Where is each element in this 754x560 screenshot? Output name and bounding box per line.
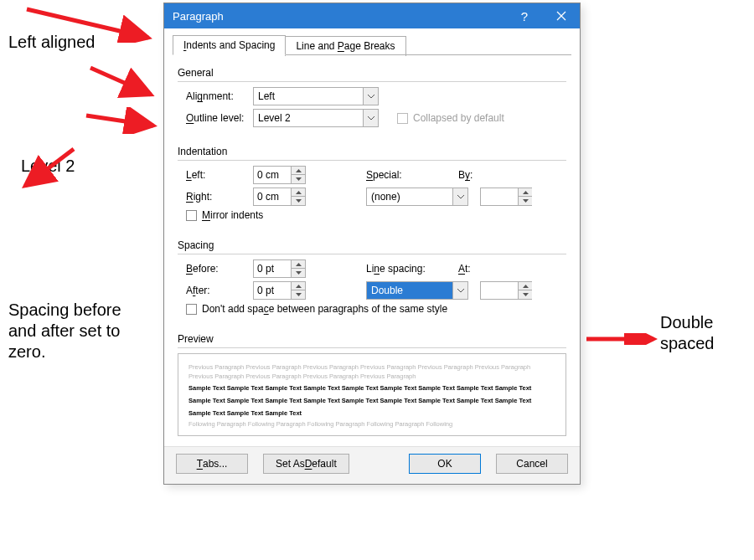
dontadd-label: Don't add space between paragraphs of th…: [202, 303, 447, 315]
svg-line-2: [90, 68, 151, 95]
arrow-icon: [18, 3, 161, 43]
alignment-value: Left: [258, 90, 275, 102]
section-indentation: Indentation: [178, 146, 566, 157]
before-label: Before:: [186, 263, 253, 275]
section-general: General: [178, 67, 566, 79]
collapsed-checkbox: [397, 113, 408, 124]
at-label: At:: [458, 263, 500, 275]
outline-select[interactable]: Level 2: [253, 109, 379, 127]
titlebar: Paragraph ?: [164, 3, 580, 28]
svg-line-4: [25, 149, 74, 186]
cancel-button[interactable]: Cancel: [496, 454, 568, 474]
tab-line-page-breaks[interactable]: Line and Page Breaks: [285, 36, 405, 56]
before-spinner[interactable]: [253, 259, 306, 278]
tabs-button[interactable]: Tabs...: [176, 454, 248, 474]
svg-line-1: [27, 9, 148, 38]
dialog-title: Paragraph: [173, 10, 224, 23]
chevron-down-icon: [363, 88, 378, 105]
section-spacing: Spacing: [178, 239, 566, 251]
special-label: Special:: [366, 169, 458, 181]
line-spacing-value: Double: [367, 282, 452, 299]
indent-left-label: Left:: [186, 169, 253, 181]
preview-box: Previous Paragraph Previous Paragraph Pr…: [178, 353, 566, 436]
spin-down-icon[interactable]: [292, 290, 305, 299]
line-spacing-select[interactable]: Double: [366, 281, 468, 300]
alignment-select[interactable]: Left: [253, 87, 379, 105]
spin-up-icon[interactable]: [292, 167, 305, 175]
arrow-icon: [84, 61, 163, 101]
preview-following: Following Paragraph Following Paragraph …: [188, 419, 555, 429]
arrow-icon: [15, 142, 82, 201]
after-label: After:: [186, 285, 253, 296]
ok-button[interactable]: OK: [409, 454, 481, 474]
dialog-body: General Alignment: Left Outline level: L…: [164, 56, 580, 446]
after-spinner[interactable]: [253, 281, 306, 300]
at-input[interactable]: [481, 282, 518, 299]
indent-right-input[interactable]: [254, 188, 291, 205]
outline-label: Outline level:: [186, 112, 253, 124]
special-select[interactable]: (none): [366, 188, 468, 206]
special-value: (none): [371, 191, 400, 203]
tab-row: Indents and Spacing Line and Page Breaks: [164, 28, 580, 55]
indent-left-input[interactable]: [254, 167, 291, 183]
spin-down-icon[interactable]: [519, 197, 532, 205]
indent-right-label: Right:: [186, 191, 253, 203]
arrow-icon: [80, 107, 163, 134]
line-spacing-label: Line spacing:: [366, 263, 458, 275]
spin-down-icon[interactable]: [292, 175, 305, 183]
spin-up-icon[interactable]: [519, 188, 532, 197]
spin-up-icon[interactable]: [292, 188, 305, 197]
section-preview: Preview: [178, 333, 566, 345]
after-input[interactable]: [254, 282, 291, 299]
preview-previous: Previous Paragraph Previous Paragraph Pr…: [188, 362, 555, 382]
annotation-spacing-zero: Spacing before and after set to zero.: [8, 300, 151, 362]
by-label: By:: [458, 169, 500, 181]
by-spinner[interactable]: [480, 188, 532, 206]
paragraph-dialog: Paragraph ? Indents and Spacing Line and…: [163, 3, 581, 485]
chevron-down-icon: [452, 282, 467, 299]
outline-value: Level 2: [258, 112, 291, 124]
mirror-checkbox[interactable]: [186, 210, 197, 221]
spin-up-icon[interactable]: [292, 260, 305, 269]
tab-indents-spacing[interactable]: Indents and Spacing: [173, 35, 286, 55]
set-default-button[interactable]: Set As Default: [263, 454, 349, 474]
at-spinner[interactable]: [480, 281, 532, 300]
collapsed-label: Collapsed by default: [413, 112, 504, 124]
svg-line-3: [86, 116, 153, 126]
arrow-icon: [582, 333, 658, 345]
dontadd-checkbox[interactable]: [186, 304, 197, 315]
spin-down-icon[interactable]: [292, 197, 305, 205]
close-button[interactable]: [543, 3, 580, 28]
indent-left-spinner[interactable]: [253, 166, 306, 184]
help-button[interactable]: ?: [506, 3, 543, 28]
by-input[interactable]: [481, 188, 518, 205]
annotation-double-spaced: Double spaced: [660, 312, 744, 354]
spin-up-icon[interactable]: [519, 282, 532, 290]
mirror-label: Mirror indents: [202, 209, 263, 221]
spin-down-icon[interactable]: [292, 269, 305, 277]
spin-down-icon[interactable]: [519, 290, 532, 299]
chevron-down-icon: [363, 110, 378, 126]
indent-right-spinner[interactable]: [253, 188, 306, 206]
before-input[interactable]: [254, 260, 291, 277]
alignment-label: Alignment:: [186, 90, 253, 102]
button-row: Tabs... Set As Default OK Cancel: [164, 446, 580, 484]
spin-up-icon[interactable]: [292, 282, 305, 290]
chevron-down-icon: [452, 188, 467, 205]
preview-sample: Sample Text Sample Text Sample Text Samp…: [188, 382, 555, 419]
close-icon: [556, 11, 566, 21]
